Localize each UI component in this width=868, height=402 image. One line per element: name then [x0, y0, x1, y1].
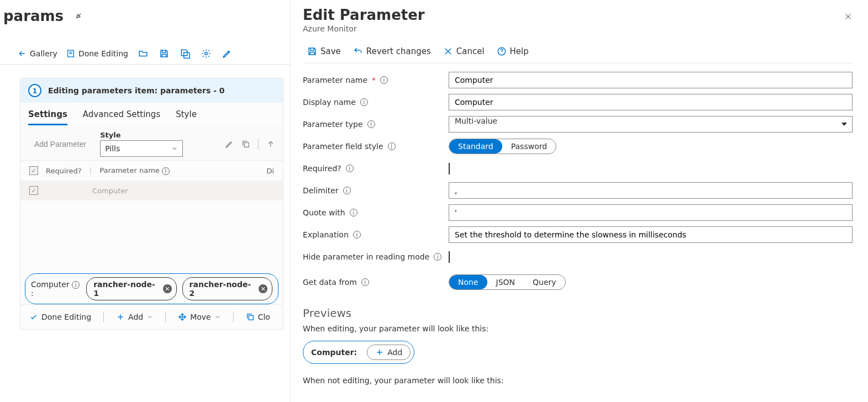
copy-row-icon[interactable]	[241, 140, 250, 149]
tab-advanced-settings[interactable]: Advanced Settings	[83, 109, 160, 125]
header-checkbox[interactable]	[29, 166, 38, 175]
input-explanation[interactable]	[449, 226, 853, 243]
pin-icon[interactable]	[69, 6, 89, 27]
preview-add-button[interactable]: Add	[367, 345, 411, 360]
pill-value[interactable]: rancher-node-2 ✕	[182, 277, 272, 300]
style-select[interactable]: Pills	[100, 140, 183, 157]
seg-none[interactable]: None	[449, 275, 487, 289]
pill-remove-icon[interactable]: ✕	[163, 284, 172, 293]
label-get-data-from: Get data from	[303, 278, 357, 287]
input-delimiter[interactable]	[449, 182, 853, 199]
clone-icon	[246, 313, 255, 321]
info-icon: i	[350, 209, 357, 216]
parameters-card: 1 Editing parameters item: parameters - …	[20, 78, 283, 330]
input-parameter-name[interactable]	[449, 72, 853, 88]
info-icon: i	[346, 165, 354, 172]
footer-add[interactable]: Add	[116, 313, 153, 321]
label-quote-with: Quote with	[303, 208, 345, 217]
footer-done-editing[interactable]: Done Editing	[29, 313, 91, 321]
segmented-field-style: Standard Password	[449, 139, 556, 154]
arrow-left-icon	[18, 49, 27, 58]
required-asterisk: *	[372, 76, 376, 84]
help-icon	[497, 46, 507, 56]
panel-revert-button[interactable]: Revert changes	[353, 46, 431, 56]
preview-pill-label: Computer:	[311, 348, 357, 357]
footer-clone[interactable]: Clo	[246, 313, 270, 321]
toolbar-divider	[258, 139, 259, 150]
seg-query[interactable]: Query	[524, 275, 565, 289]
settings-gear-icon[interactable]	[200, 47, 212, 60]
done-editing-button[interactable]: Done Editing	[66, 49, 128, 58]
info-icon: i	[367, 120, 375, 128]
tab-settings[interactable]: Settings	[28, 109, 67, 125]
info-icon: i	[162, 167, 170, 175]
tab-style[interactable]: Style	[176, 109, 197, 125]
select-parameter-type[interactable]: Multi-value	[449, 116, 853, 133]
parameter-pills: Computer i: rancher-node-1 ✕ rancher-nod…	[25, 273, 278, 304]
info-icon: i	[380, 76, 388, 84]
input-quote-with[interactable]	[449, 204, 853, 221]
col-display-hint: Di	[266, 167, 274, 175]
card-tabs: Settings Advanced Settings Style	[20, 103, 283, 125]
style-select-value: Pills	[105, 144, 120, 153]
input-display-name[interactable]	[449, 94, 853, 110]
card-footer-toolbar: Done Editing Add Move	[20, 304, 283, 329]
label-display-name: Display name	[303, 98, 356, 107]
edit-pencil-icon[interactable]	[221, 47, 233, 60]
svg-rect-3	[249, 315, 253, 320]
workbook-editor: params Gallery Done Editing	[0, 0, 290, 402]
done-editing-label: Done Editing	[78, 49, 128, 58]
info-icon: i	[343, 187, 351, 194]
gallery-label: Gallery	[30, 49, 57, 58]
label-field-style: Parameter field style	[303, 142, 383, 151]
divider	[103, 311, 104, 322]
footer-move[interactable]: Move	[178, 313, 221, 321]
label-delimiter: Delimiter	[303, 186, 339, 195]
divider	[165, 311, 166, 322]
pill-remove-icon[interactable]: ✕	[259, 284, 267, 293]
save-as-icon[interactable]	[179, 47, 191, 60]
panel-title: Edit Parameter	[303, 7, 853, 23]
plus-icon	[375, 348, 384, 357]
gallery-button[interactable]: Gallery	[18, 49, 57, 58]
pill-parameter-label: Computer i:	[31, 280, 81, 298]
close-icon[interactable]	[844, 12, 853, 21]
checkbox-hide-reading[interactable]	[449, 251, 450, 263]
label-parameter-name: Parameter name	[303, 76, 367, 84]
row-name: Computer	[92, 187, 274, 195]
card-title: Editing parameters item: parameters - 0	[48, 86, 225, 95]
info-icon: i	[360, 98, 368, 106]
undo-icon	[353, 46, 363, 56]
label-required: Required?	[303, 164, 341, 173]
info-icon: i	[72, 281, 80, 289]
save-icon	[307, 46, 317, 56]
panel-save-button[interactable]: Save	[307, 46, 341, 56]
add-parameter-button[interactable]: Add Parameter	[28, 136, 92, 152]
preview-editing-pill: Computer: Add	[303, 341, 414, 364]
label-explanation: Explanation	[303, 230, 349, 239]
panel-cancel-button[interactable]: Cancel	[443, 46, 485, 56]
pill-value[interactable]: rancher-node-1 ✕	[86, 277, 176, 300]
row-checkbox[interactable]	[29, 186, 38, 195]
main-toolbar: Gallery Done Editing	[0, 42, 290, 65]
chevron-down-icon	[214, 314, 221, 320]
col-parameter-name: Parameter name i	[99, 166, 259, 175]
param-row-computer[interactable]: Computer	[20, 181, 283, 200]
previews-heading: Previews	[303, 306, 853, 320]
info-icon: i	[434, 253, 441, 261]
save-disk-icon[interactable]	[158, 47, 170, 60]
divider	[233, 311, 234, 322]
seg-json[interactable]: JSON	[487, 275, 524, 289]
previews-editing-hint: When editing, your parameter will look l…	[303, 324, 853, 333]
seg-standard[interactable]: Standard	[449, 139, 502, 154]
move-up-icon[interactable]	[266, 140, 275, 149]
open-icon[interactable]	[137, 47, 149, 60]
edit-row-icon[interactable]	[225, 140, 234, 149]
svg-rect-2	[244, 142, 249, 147]
seg-password[interactable]: Password	[502, 139, 556, 154]
checkbox-required[interactable]	[449, 163, 450, 174]
cancel-icon	[443, 46, 453, 56]
style-label: Style	[100, 131, 183, 139]
edit-parameter-panel: Edit Parameter Azure Monitor Save Revert…	[290, 0, 868, 402]
panel-help-button[interactable]: Help	[497, 46, 529, 56]
